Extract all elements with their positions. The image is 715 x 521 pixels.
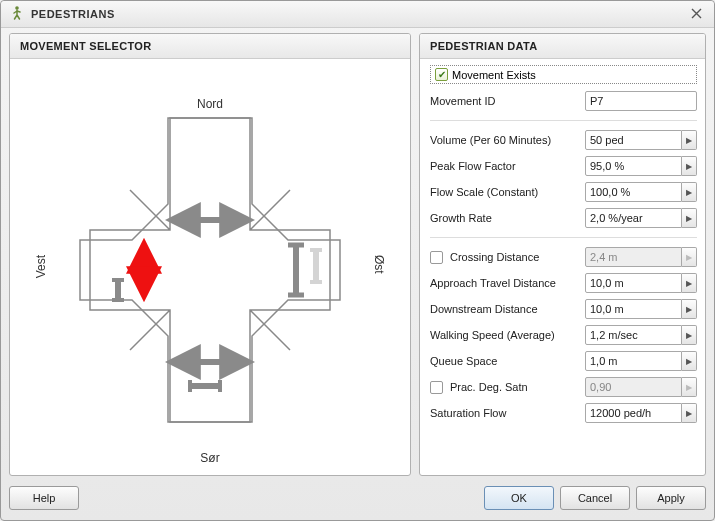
saturation-flow-input[interactable] xyxy=(585,403,682,423)
approach-distance-row: Approach Travel Distance ▶ xyxy=(430,272,697,294)
north-label: Nord xyxy=(197,97,223,111)
growth-rate-label: Growth Rate xyxy=(430,212,585,224)
movement-id-input[interactable] xyxy=(585,91,697,111)
walking-speed-row: Walking Speed (Average) ▶ xyxy=(430,324,697,346)
growth-rate-spin[interactable]: ▶ xyxy=(682,208,697,228)
movement-id-label: Movement ID xyxy=(430,95,585,107)
movement-selector-panel: MOVEMENT SELECTOR Vest Øst Nord Sør xyxy=(9,33,411,476)
crossing-distance-spin: ▶ xyxy=(682,247,697,267)
separator xyxy=(430,237,697,238)
saturation-flow-spin[interactable]: ▶ xyxy=(682,403,697,423)
close-icon xyxy=(691,8,702,21)
dialog-footer: Help OK Cancel Apply xyxy=(9,484,706,512)
prac-deg-satn-row: ✔ Prac. Deg. Satn ▶ xyxy=(430,376,697,398)
downstream-distance-spin[interactable]: ▶ xyxy=(682,299,697,319)
flow-scale-row: Flow Scale (Constant) ▶ xyxy=(430,181,697,203)
downstream-distance-input[interactable] xyxy=(585,299,682,319)
prac-deg-satn-checkbox[interactable]: ✔ xyxy=(430,381,443,394)
downstream-distance-label: Downstream Distance xyxy=(430,303,585,315)
peak-flow-label: Peak Flow Factor xyxy=(430,160,585,172)
movement-selector-header: MOVEMENT SELECTOR xyxy=(10,34,410,59)
crossing-distance-input xyxy=(585,247,682,267)
volume-spin[interactable]: ▶ xyxy=(682,130,697,150)
queue-space-spin[interactable]: ▶ xyxy=(682,351,697,371)
movement-exists-row[interactable]: ✔ Movement Exists xyxy=(430,65,697,84)
help-button[interactable]: Help xyxy=(9,486,79,510)
queue-space-row: Queue Space ▶ xyxy=(430,350,697,372)
prac-deg-satn-input xyxy=(585,377,682,397)
walking-speed-label: Walking Speed (Average) xyxy=(430,329,585,341)
walking-speed-spin[interactable]: ▶ xyxy=(682,325,697,345)
peak-flow-input[interactable] xyxy=(585,156,682,176)
crossing-distance-checkbox[interactable]: ✔ xyxy=(430,251,443,264)
ok-button[interactable]: OK xyxy=(484,486,554,510)
volume-label: Volume (Per 60 Minutes) xyxy=(430,134,585,146)
crossing-distance-label: Crossing Distance xyxy=(450,251,539,263)
growth-rate-row: Growth Rate ▶ xyxy=(430,207,697,229)
movement-id-row: Movement ID xyxy=(430,90,697,112)
separator xyxy=(430,120,697,121)
peak-flow-spin[interactable]: ▶ xyxy=(682,156,697,176)
pedestrian-data-header: PEDESTRIAN DATA xyxy=(420,34,705,59)
volume-input[interactable] xyxy=(585,130,682,150)
pedestrians-dialog: PEDESTRIANS MOVEMENT SELECTOR Vest Øst N… xyxy=(0,0,715,521)
flow-scale-label: Flow Scale (Constant) xyxy=(430,186,585,198)
app-icon xyxy=(9,5,25,23)
intersection-diagram[interactable]: Vest Øst Nord Sør xyxy=(10,59,410,475)
saturation-flow-row: Saturation Flow ▶ xyxy=(430,402,697,424)
approach-distance-spin[interactable]: ▶ xyxy=(682,273,697,293)
south-label: Sør xyxy=(200,451,219,465)
prac-deg-satn-label: Prac. Deg. Satn xyxy=(450,381,528,393)
downstream-distance-row: Downstream Distance ▶ xyxy=(430,298,697,320)
prac-deg-satn-spin: ▶ xyxy=(682,377,697,397)
titlebar: PEDESTRIANS xyxy=(1,1,714,28)
peak-flow-row: Peak Flow Factor ▶ xyxy=(430,155,697,177)
volume-row: Volume (Per 60 Minutes) ▶ xyxy=(430,129,697,151)
approach-distance-input[interactable] xyxy=(585,273,682,293)
movement-exists-checkbox[interactable]: ✔ xyxy=(435,68,448,81)
queue-space-label: Queue Space xyxy=(430,355,585,367)
growth-rate-input[interactable] xyxy=(585,208,682,228)
apply-button[interactable]: Apply xyxy=(636,486,706,510)
close-button[interactable] xyxy=(686,5,706,23)
west-label: Vest xyxy=(34,255,48,278)
cancel-button[interactable]: Cancel xyxy=(560,486,630,510)
saturation-flow-label: Saturation Flow xyxy=(430,407,585,419)
pedestrian-data-panel: PEDESTRIAN DATA ✔ Movement Exists Moveme… xyxy=(419,33,706,476)
queue-space-input[interactable] xyxy=(585,351,682,371)
window-title: PEDESTRIANS xyxy=(31,8,115,20)
walking-speed-input[interactable] xyxy=(585,325,682,345)
intersection-svg: Nord Sør xyxy=(10,59,410,475)
flow-scale-input[interactable] xyxy=(585,182,682,202)
movement-exists-label: Movement Exists xyxy=(452,69,536,81)
crossing-distance-row: ✔ Crossing Distance ▶ xyxy=(430,246,697,268)
flow-scale-spin[interactable]: ▶ xyxy=(682,182,697,202)
approach-distance-label: Approach Travel Distance xyxy=(430,277,585,289)
east-label: Øst xyxy=(372,255,386,274)
